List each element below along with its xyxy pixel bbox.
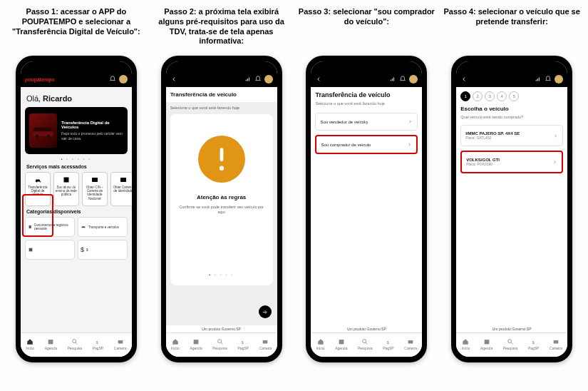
nav-wallet[interactable]: Carteira [550,338,562,350]
step-1-title: Passo 1: acessar o APP do POUPATEMPO e s… [6,7,145,47]
step-3-title: Passo 3: selecionar "sou comprador do ve… [297,7,436,47]
svg-rect-21 [484,340,489,344]
nav-agenda[interactable]: Agenda [190,338,202,350]
step-indicator-4: 4 [497,91,507,101]
footer-credit: Um produto Governo SP [166,325,277,332]
nav-agenda[interactable]: Agenda [335,338,347,350]
notification-icon[interactable] [254,76,262,83]
nav-home[interactable]: Início [26,338,34,350]
hero-title: Transferência Digital de Veículos [61,121,123,129]
tile-cin[interactable]: Obter CIN – Carteira de Identidade Nacio… [82,172,108,206]
nav-pay[interactable]: $PagSP [237,338,249,350]
phone-mockup-2: Transferência de veículo Selecione o que… [161,56,282,362]
vehicle-1[interactable]: I/MMC PAJERO SP. 4X4 SE Placa: GATL452 [460,125,563,146]
nav-wallet[interactable]: Carteira [259,338,272,350]
app-header [311,71,422,87]
step-indicator-3: 3 [485,91,495,101]
svg-text:$: $ [96,340,99,345]
stepper: 1 2 3 4 5 [460,91,563,101]
notification-icon[interactable] [399,76,406,83]
nav-pay[interactable]: $PagSP [383,338,394,350]
section-categories-label: Categorias disponíveis [26,209,126,214]
chevron-right-icon [408,119,413,124]
svg-rect-4 [120,178,126,182]
avatar[interactable] [264,75,273,83]
svg-point-14 [217,340,221,343]
svg-point-12 [219,166,223,171]
signal-icon [535,76,542,83]
step-indicator-2: 2 [473,91,483,101]
svg-point-1 [47,135,51,138]
nav-home[interactable]: Início [316,338,325,350]
svg-rect-11 [220,148,223,161]
phone-mockup-3: Transferência de veículo Selecione o que… [306,56,427,362]
cat-3[interactable] [25,240,75,260]
cat-documentos[interactable]: Documentos e registros pessoais [25,217,75,237]
svg-rect-5 [29,225,31,228]
tile-aluno[interactable]: Sou aluno do ensino da rede pública [53,172,79,206]
signal-icon [244,76,252,83]
phone-mockup-4: 1 2 3 4 5 Escolha o veículo Qual veículo… [451,56,572,362]
chevron-right-icon [552,160,557,165]
hero-card[interactable]: Transferência Digital de Veículos Faça t… [25,107,128,154]
warning-icon [198,136,245,183]
vehicle-2[interactable]: VOLKS/GOL GTI Placa: POK0190 [460,151,563,173]
app-header [166,71,277,87]
avatar[interactable] [119,75,128,83]
step-indicator-1: 1 [460,91,470,101]
nav-home[interactable]: Início [171,338,180,350]
screen-subtitle: Selecione o que você está fazendo hoje [170,102,273,114]
tile-transferencia[interactable]: Transferência Digital de Veículo [25,172,51,206]
option-comprador[interactable]: Sou comprador de veículo [315,135,418,154]
avatar[interactable] [409,75,418,83]
svg-point-22 [508,340,512,343]
bottom-nav: Início Agenda Pesquisa $PagSP Carteira [166,332,277,357]
nav-search[interactable]: Pesquisa [212,338,227,350]
step-indicator-5: 5 [509,91,519,101]
avatar[interactable] [555,75,563,83]
step-4-title: Passo 4: selecionar o veículo que se pre… [443,7,582,47]
screen-subtitle: Selecione o que você está fazendo hoje [315,101,418,106]
next-button[interactable] [259,305,272,318]
phone-mockup-1: poupatempo Olá, Ricardo Transferência Di… [16,56,137,362]
chevron-right-icon [553,133,558,138]
svg-rect-3 [92,178,98,182]
nav-search[interactable]: Pesquisa [67,338,82,350]
svg-rect-7 [48,340,53,344]
tile-identidade[interactable]: Obter Carteira de Identidade [110,172,132,206]
svg-text:$: $ [242,340,244,345]
nav-search[interactable]: Pesquisa [503,338,518,350]
nav-agenda[interactable]: Agenda [480,338,492,350]
carousel-dots: • • • • • • [25,157,128,161]
nav-wallet[interactable]: Carteira [114,338,127,350]
back-icon[interactable] [460,76,468,83]
back-icon[interactable] [315,76,322,83]
cat-4[interactable]: $$ [78,240,128,260]
hero-subtitle: Faça todo o processo pelo celular sem sa… [61,131,123,141]
nav-search[interactable]: Pesquisa [358,338,373,350]
car-image [29,113,57,148]
nav-wallet[interactable]: Carteira [404,338,417,350]
modal-body: Confirme se você pode transferir seu veí… [176,205,267,215]
svg-point-8 [72,340,76,343]
back-icon[interactable] [170,76,177,83]
option-vendedor[interactable]: Sou vendedor de veículo [315,113,418,131]
nav-home[interactable]: Início [461,338,470,350]
nav-pay[interactable]: $PagSP [93,338,104,350]
nav-agenda[interactable]: Agenda [45,338,57,350]
service-tiles: Transferência Digital de Veículo Sou alu… [25,172,128,206]
svg-rect-20 [408,340,413,344]
svg-rect-6 [29,248,33,252]
rules-modal: Atenção às regras Confirme se você pode … [170,114,273,285]
screen-title: Transferência de veículo [166,87,277,102]
bottom-nav: Início Agenda Pesquisa $PagSP Carteira [456,332,567,357]
screen-title: Transferência de veículo [315,91,418,98]
app-header [456,71,567,87]
choose-vehicle-sub: Qual veículo está sendo comprado? [460,115,563,119]
notification-icon[interactable] [109,76,116,83]
modal-dots: • • • • • [209,273,234,277]
modal-title: Atenção às regras [197,194,246,200]
cat-transporte[interactable]: Transporte e veículos [78,217,128,237]
notification-icon[interactable] [545,76,552,83]
nav-pay[interactable]: $PagSP [528,338,540,350]
